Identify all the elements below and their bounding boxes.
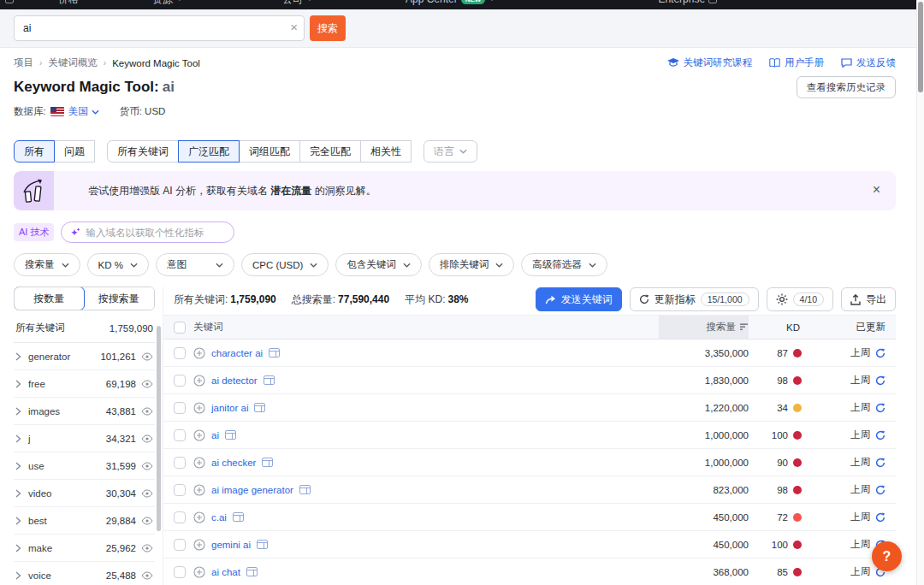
- refresh-icon[interactable]: [875, 458, 886, 468]
- tab[interactable]: 完全匹配: [299, 140, 361, 162]
- serp-icon[interactable]: [225, 430, 236, 440]
- clear-search-icon[interactable]: ×: [290, 20, 298, 35]
- settings-button[interactable]: 4/10: [767, 287, 833, 311]
- plus-circle-icon[interactable]: [193, 429, 205, 441]
- row-checkbox[interactable]: [174, 566, 186, 578]
- filter-dropdown[interactable]: 搜索量: [14, 253, 80, 276]
- eye-icon[interactable]: [141, 489, 153, 498]
- row-checkbox[interactable]: [174, 347, 186, 359]
- keyword-link[interactable]: ai checker: [211, 458, 256, 468]
- keyword-group-item[interactable]: generator 101,261: [14, 343, 155, 370]
- eye-icon[interactable]: [141, 380, 153, 388]
- eye-icon[interactable]: [141, 434, 153, 443]
- row-checkbox[interactable]: [174, 375, 186, 387]
- nav-pricing[interactable]: 价格: [58, 0, 79, 7]
- keyword-group-item[interactable]: j 34,321: [14, 425, 155, 452]
- language-dropdown[interactable]: 语言: [424, 140, 477, 162]
- refresh-icon[interactable]: [875, 403, 886, 413]
- plus-circle-icon[interactable]: [193, 484, 205, 496]
- plus-circle-icon[interactable]: [193, 539, 205, 551]
- eye-icon[interactable]: [141, 407, 153, 416]
- window-scrollbar[interactable]: [916, 0, 924, 585]
- eye-icon[interactable]: [141, 571, 153, 580]
- row-checkbox[interactable]: [174, 539, 186, 551]
- nav-enterprise[interactable]: Enterprise: [658, 0, 717, 5]
- export-button[interactable]: 导出: [841, 287, 896, 311]
- keyword-group-item[interactable]: make 25,962: [14, 535, 155, 562]
- tab[interactable]: 广泛匹配: [178, 140, 240, 162]
- row-checkbox[interactable]: [174, 429, 186, 441]
- serp-icon[interactable]: [299, 485, 311, 494]
- user-manual-link[interactable]: 用户手册: [769, 56, 824, 69]
- serp-icon[interactable]: [233, 512, 244, 522]
- breadcrumb-keyword-overview[interactable]: 关键词概览: [48, 56, 98, 69]
- select-all-checkbox[interactable]: [174, 322, 186, 334]
- search-history-button[interactable]: 查看搜索历史记录: [797, 76, 896, 98]
- refresh-icon[interactable]: [875, 348, 886, 358]
- nav-app-center[interactable]: App CenterNEW: [406, 0, 495, 5]
- nav-resources[interactable]: 资源: [152, 0, 183, 7]
- update-metrics-button[interactable]: 更新指标 15/1,000: [630, 287, 759, 311]
- eye-icon[interactable]: [141, 462, 153, 470]
- keyword-group-item[interactable]: voice 25,488: [14, 562, 155, 585]
- refresh-icon[interactable]: [875, 485, 886, 495]
- keyword-group-item[interactable]: free 69,198: [14, 370, 155, 398]
- row-checkbox[interactable]: [174, 402, 186, 414]
- plus-circle-icon[interactable]: [193, 457, 205, 469]
- sort-toggle-button[interactable]: 按搜索量: [84, 287, 155, 310]
- keyword-group-item[interactable]: best 29,884: [14, 507, 155, 535]
- tab[interactable]: 问题: [54, 140, 95, 162]
- keyword-link[interactable]: gemini ai: [211, 540, 251, 550]
- keyword-search-input[interactable]: [14, 15, 305, 41]
- filter-dropdown[interactable]: KD %: [87, 253, 149, 276]
- refresh-icon[interactable]: [875, 375, 886, 386]
- keyword-link[interactable]: character ai: [211, 348, 263, 358]
- serp-icon[interactable]: [246, 567, 258, 576]
- row-checkbox[interactable]: [174, 511, 186, 523]
- keyword-group-item[interactable]: use 31,599: [14, 452, 155, 480]
- tab[interactable]: 所有关键词: [107, 140, 179, 162]
- scrollbar-thumb[interactable]: [918, 2, 923, 92]
- plus-circle-icon[interactable]: [193, 375, 205, 387]
- tab[interactable]: 词组匹配: [239, 140, 300, 162]
- eye-icon[interactable]: [141, 352, 153, 361]
- sort-toggle-button[interactable]: 按数量: [14, 287, 85, 310]
- column-updated[interactable]: 已更新: [802, 321, 886, 334]
- send-keywords-button[interactable]: 发送关键词: [536, 287, 622, 311]
- help-button[interactable]: ?: [872, 541, 902, 571]
- row-checkbox[interactable]: [174, 457, 186, 469]
- serp-icon[interactable]: [262, 458, 273, 467]
- filter-dropdown[interactable]: 高级筛选器: [521, 253, 607, 276]
- column-keyword[interactable]: 关键词: [193, 321, 659, 334]
- keyword-group-item[interactable]: video 30,304: [14, 480, 155, 507]
- filter-dropdown[interactable]: CPC (USD): [241, 253, 329, 276]
- serp-icon[interactable]: [254, 403, 265, 412]
- filter-dropdown[interactable]: 包含关键词: [335, 253, 422, 276]
- keyword-link[interactable]: ai image generator: [211, 485, 293, 495]
- refresh-icon[interactable]: [875, 512, 886, 523]
- refresh-icon[interactable]: [875, 430, 886, 440]
- row-checkbox[interactable]: [174, 484, 186, 496]
- keyword-link[interactable]: ai detector: [211, 375, 258, 386]
- serp-icon[interactable]: [257, 540, 268, 549]
- close-icon[interactable]: ×: [873, 182, 880, 198]
- breadcrumb-projects[interactable]: 项目: [14, 56, 33, 69]
- serp-icon[interactable]: [264, 375, 275, 385]
- sidebar-scrollbar[interactable]: [157, 326, 161, 531]
- keyword-group-item[interactable]: images 43,881: [14, 398, 155, 425]
- keyword-link[interactable]: c.ai: [211, 512, 227, 523]
- plus-circle-icon[interactable]: [193, 511, 205, 523]
- keyword-link[interactable]: ai: [211, 430, 219, 440]
- eye-icon[interactable]: [141, 544, 153, 552]
- column-kd[interactable]: KD: [749, 322, 802, 333]
- eye-icon[interactable]: [141, 517, 153, 525]
- plus-circle-icon[interactable]: [193, 566, 205, 578]
- column-volume[interactable]: 搜索量: [659, 316, 749, 339]
- keyword-course-link[interactable]: 关键词研究课程: [667, 56, 753, 69]
- search-button[interactable]: 搜索: [310, 15, 346, 41]
- app-grid-icon[interactable]: [5, 0, 14, 3]
- plus-circle-icon[interactable]: [193, 347, 205, 359]
- sidebar-header[interactable]: 所有关键词 1,759,090: [14, 314, 155, 343]
- tab[interactable]: 相关性: [360, 140, 412, 162]
- filter-dropdown[interactable]: 排除关键词: [429, 253, 515, 276]
